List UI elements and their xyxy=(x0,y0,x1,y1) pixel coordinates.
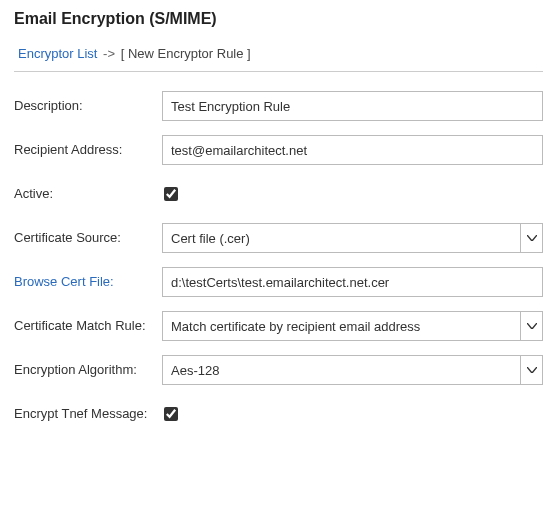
label-description: Description: xyxy=(14,98,162,115)
label-certificate-match-rule: Certificate Match Rule: xyxy=(14,318,162,335)
breadcrumb: Encryptor List -> [ New Encryptor Rule ] xyxy=(14,46,543,61)
label-browse-cert-file[interactable]: Browse Cert File: xyxy=(14,274,162,291)
chevron-down-icon xyxy=(520,312,542,340)
label-active: Active: xyxy=(14,186,162,203)
select-certificate-match-rule[interactable]: Match certificate by recipient email add… xyxy=(162,311,543,341)
label-certificate-source: Certificate Source: xyxy=(14,230,162,247)
chevron-down-icon xyxy=(520,224,542,252)
row-certificate-match-rule: Certificate Match Rule: Match certificat… xyxy=(14,304,543,348)
label-encryption-algorithm: Encryption Algorithm: xyxy=(14,362,162,379)
breadcrumb-current: [ New Encryptor Rule ] xyxy=(121,46,251,61)
input-description[interactable] xyxy=(162,91,543,121)
label-recipient-address: Recipient Address: xyxy=(14,142,162,159)
checkbox-active[interactable] xyxy=(164,187,178,201)
select-value-encryption-algorithm: Aes-128 xyxy=(163,363,520,378)
encryptor-form: Description: Recipient Address: Active: … xyxy=(14,84,543,436)
checkbox-encrypt-tnef[interactable] xyxy=(164,407,178,421)
row-description: Description: xyxy=(14,84,543,128)
select-value-certificate-source: Cert file (.cer) xyxy=(163,231,520,246)
input-cert-file-path[interactable] xyxy=(162,267,543,297)
row-encryption-algorithm: Encryption Algorithm: Aes-128 xyxy=(14,348,543,392)
row-certificate-source: Certificate Source: Cert file (.cer) xyxy=(14,216,543,260)
chevron-down-icon xyxy=(520,356,542,384)
breadcrumb-separator: -> xyxy=(103,46,115,61)
divider xyxy=(14,71,543,72)
row-active: Active: xyxy=(14,172,543,216)
label-encrypt-tnef-message: Encrypt Tnef Message: xyxy=(14,406,162,423)
row-recipient-address: Recipient Address: xyxy=(14,128,543,172)
select-certificate-source[interactable]: Cert file (.cer) xyxy=(162,223,543,253)
breadcrumb-link-encryptor-list[interactable]: Encryptor List xyxy=(18,46,97,61)
select-encryption-algorithm[interactable]: Aes-128 xyxy=(162,355,543,385)
row-browse-cert-file: Browse Cert File: xyxy=(14,260,543,304)
row-encrypt-tnef-message: Encrypt Tnef Message: xyxy=(14,392,543,436)
page-title: Email Encryption (S/MIME) xyxy=(14,10,543,28)
select-value-certificate-match-rule: Match certificate by recipient email add… xyxy=(163,319,520,334)
input-recipient-address[interactable] xyxy=(162,135,543,165)
